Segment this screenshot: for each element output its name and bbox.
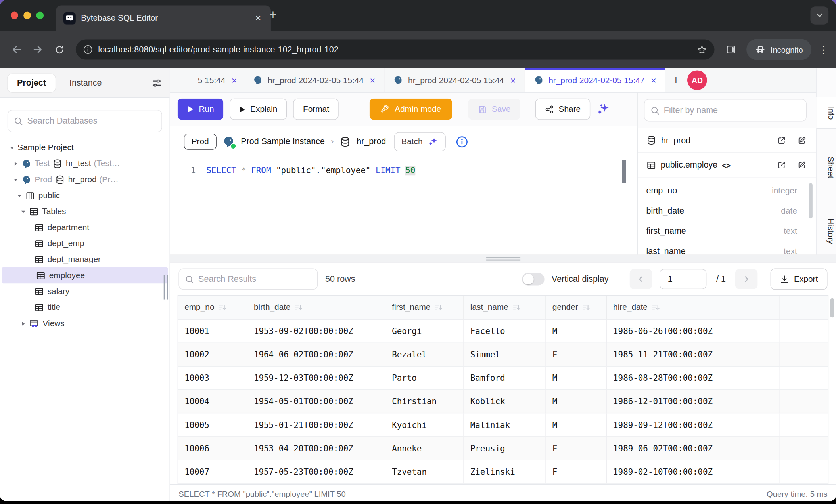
edit-icon[interactable] bbox=[797, 136, 807, 145]
tree-item[interactable]: Views bbox=[0, 315, 170, 331]
tree-item[interactable]: Tables bbox=[0, 204, 170, 220]
tree-item[interactable]: salary bbox=[0, 283, 170, 299]
table-cell[interactable]: Bezalel bbox=[385, 343, 464, 367]
reload-icon[interactable] bbox=[50, 40, 68, 59]
tree-item[interactable]: Prodhr_prod(Pr… bbox=[0, 172, 170, 187]
table-cell[interactable]: 1953-04-20T00:00:00Z bbox=[247, 437, 385, 460]
schema-table-row[interactable]: public.employe <> bbox=[638, 153, 816, 178]
new-worksheet-button[interactable]: + bbox=[665, 68, 686, 92]
user-avatar[interactable]: AD bbox=[687, 70, 707, 90]
table-cell[interactable]: M bbox=[546, 390, 607, 413]
sort-icon[interactable] bbox=[651, 304, 659, 311]
schema-column-row[interactable]: first_nametext bbox=[638, 221, 816, 241]
table-cell[interactable]: Facello bbox=[464, 320, 546, 343]
side-tab-info[interactable]: Info bbox=[816, 97, 836, 129]
worksheet-tab[interactable]: hr_prod 2024-02-05 15:44✕ bbox=[244, 68, 385, 92]
caret-right-icon[interactable] bbox=[19, 321, 27, 326]
sort-icon[interactable] bbox=[294, 304, 302, 311]
tab-project[interactable]: Project bbox=[8, 74, 56, 92]
format-button[interactable]: Format bbox=[293, 99, 339, 120]
browser-tab[interactable]: Bytebase SQL Editor ✕ bbox=[56, 5, 271, 31]
prev-page-button[interactable] bbox=[630, 269, 652, 289]
worksheet-tab[interactable]: 5 15:44✕ bbox=[170, 68, 244, 92]
caret-down-icon[interactable] bbox=[8, 145, 16, 151]
close-tab-icon[interactable]: ✕ bbox=[650, 76, 656, 85]
close-tab-icon[interactable]: ✕ bbox=[510, 76, 516, 85]
caret-down-icon[interactable] bbox=[11, 177, 20, 183]
explain-button[interactable]: Explain bbox=[230, 99, 287, 120]
caret-right-icon[interactable] bbox=[11, 160, 20, 166]
forward-icon[interactable] bbox=[29, 40, 47, 59]
column-header[interactable]: birth_date bbox=[247, 296, 385, 319]
ai-sparkle-icon[interactable] bbox=[596, 102, 611, 117]
search-databases-input[interactable]: Search Databases bbox=[8, 110, 162, 132]
zoom-window-button[interactable] bbox=[36, 12, 44, 19]
side-tab-history[interactable]: History bbox=[817, 208, 836, 254]
schema-column-row[interactable]: last_nametext bbox=[638, 241, 816, 255]
horizontal-splitter[interactable] bbox=[170, 255, 836, 263]
info-circle-icon[interactable] bbox=[456, 136, 468, 148]
table-cell[interactable]: 1989-06-02T00:00:00Z bbox=[607, 437, 780, 460]
sql-editor[interactable]: 1 SELECT * FROM "public"."employee" LIMI… bbox=[170, 158, 637, 255]
table-cell[interactable]: 1986-08-28T00:00:00Z bbox=[607, 367, 780, 390]
table-cell[interactable]: 1985-11-21T00:00:00Z bbox=[607, 343, 780, 367]
tree-item[interactable]: dept_manager bbox=[0, 252, 170, 267]
new-tab-button[interactable]: + bbox=[269, 9, 277, 21]
edit-icon[interactable] bbox=[797, 160, 807, 170]
sort-icon[interactable] bbox=[512, 304, 520, 311]
close-tab-icon[interactable]: ✕ bbox=[253, 14, 264, 23]
tree-item[interactable]: Testhr_test(Test… bbox=[0, 156, 170, 172]
sidebar-resize-handle[interactable] bbox=[164, 275, 168, 300]
column-header[interactable]: first_name bbox=[385, 296, 464, 319]
browser-menu-icon[interactable]: ⋮ bbox=[818, 44, 828, 56]
sort-icon[interactable] bbox=[218, 304, 226, 311]
table-cell[interactable]: 1954-05-01T00:00:00Z bbox=[247, 390, 385, 413]
table-cell[interactable]: Tzvetan bbox=[385, 460, 464, 484]
table-cell[interactable]: Parto bbox=[385, 367, 464, 390]
tab-instance[interactable]: Instance bbox=[69, 78, 102, 88]
tree-item[interactable]: employee bbox=[2, 267, 168, 283]
close-tab-icon[interactable]: ✕ bbox=[370, 76, 376, 85]
table-cell[interactable]: Kyoichi bbox=[385, 413, 464, 437]
bookmark-star-icon[interactable] bbox=[697, 44, 707, 55]
schema-database-row[interactable]: hr_prod bbox=[638, 128, 816, 153]
close-window-button[interactable] bbox=[11, 12, 18, 19]
splitter-grip[interactable] bbox=[486, 256, 520, 262]
table-cell[interactable]: Zielinski bbox=[464, 460, 546, 484]
table-cell[interactable]: 10004 bbox=[178, 390, 247, 413]
table-cell[interactable]: F bbox=[546, 437, 607, 460]
filter-settings-icon[interactable] bbox=[151, 78, 162, 88]
tree-item[interactable]: department bbox=[0, 220, 170, 235]
instance-name[interactable]: Prod Sample Instance bbox=[241, 137, 325, 147]
caret-down-icon[interactable] bbox=[19, 208, 27, 214]
page-info-icon[interactable] bbox=[83, 45, 93, 54]
table-cell[interactable]: 10005 bbox=[178, 413, 247, 437]
caret-down-icon[interactable] bbox=[15, 193, 24, 199]
table-cell[interactable]: M bbox=[546, 320, 607, 343]
table-cell[interactable]: Koblick bbox=[464, 390, 546, 413]
close-tab-icon[interactable]: ✕ bbox=[231, 76, 237, 85]
filter-by-name-input[interactable]: Filter by name bbox=[644, 99, 807, 121]
admin-mode-button[interactable]: Admin mode bbox=[370, 99, 452, 120]
table-cell[interactable]: Chirstian bbox=[385, 390, 464, 413]
table-cell[interactable]: Bamford bbox=[464, 367, 546, 390]
schema-column-row[interactable]: emp_nointeger bbox=[638, 181, 816, 201]
table-cell[interactable]: Simmel bbox=[464, 343, 546, 367]
address-bar[interactable]: localhost:8080/sql-editor/prod-sample-in… bbox=[76, 39, 715, 59]
column-header[interactable]: last_name bbox=[464, 296, 546, 319]
table-cell[interactable]: F bbox=[546, 343, 607, 367]
editor-scrollbar[interactable] bbox=[622, 160, 626, 183]
minimize-window-button[interactable] bbox=[23, 12, 31, 19]
schema-column-row[interactable]: birth_datedate bbox=[638, 201, 816, 221]
search-results-input[interactable]: Search Results bbox=[178, 269, 318, 290]
view-code-icon[interactable]: <> bbox=[722, 160, 730, 170]
table-cell[interactable]: 1959-12-03T00:00:00Z bbox=[247, 367, 385, 390]
column-header[interactable]: hire_date bbox=[607, 296, 780, 319]
results-scrollbar[interactable] bbox=[830, 298, 834, 317]
table-cell[interactable]: 10003 bbox=[178, 367, 247, 390]
panel-scrollbar[interactable] bbox=[809, 183, 812, 218]
sort-icon[interactable] bbox=[582, 304, 590, 311]
table-cell[interactable]: 1986-12-01T00:00:00Z bbox=[607, 390, 780, 413]
table-cell[interactable]: 1957-05-23T00:00:00Z bbox=[247, 460, 385, 484]
tree-item[interactable]: public bbox=[0, 187, 170, 203]
